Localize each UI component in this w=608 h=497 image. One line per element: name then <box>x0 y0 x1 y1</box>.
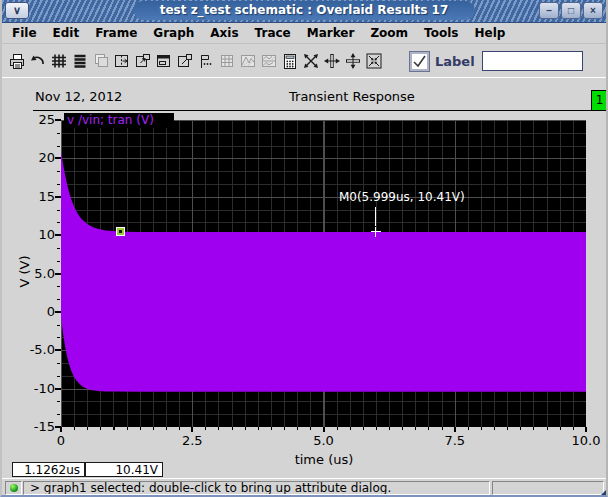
calculator-icon <box>280 51 300 71</box>
plot-title: Transient Response <box>289 89 415 104</box>
maximize-button[interactable]: □ <box>561 2 581 19</box>
y-tick-label: 10 <box>10 227 55 243</box>
menu-item-edit[interactable]: Edit <box>45 26 88 40</box>
fit-xy-button[interactable] <box>300 50 321 72</box>
vin-trace[interactable] <box>61 151 586 392</box>
fit-x-button[interactable] <box>321 50 342 72</box>
cursor-y-readout[interactable]: 10.41V <box>85 462 163 477</box>
data-table-button <box>216 50 237 72</box>
checkmark-icon <box>412 54 427 69</box>
menu-item-zoom[interactable]: Zoom <box>362 26 416 40</box>
split-window-icon <box>112 51 132 71</box>
y-tick-label: 0 <box>10 304 55 320</box>
status-ball-icon <box>10 484 18 492</box>
data-table-icon <box>217 51 237 71</box>
strip-chart-icon <box>70 51 90 71</box>
print-button[interactable] <box>6 50 27 72</box>
toolbar: Label <box>2 45 606 78</box>
waveform-plot <box>61 120 586 427</box>
fit-xy-icon <box>301 51 321 71</box>
status-indicator-panel <box>5 481 22 495</box>
title-bar[interactable]: ∨ test z_test schematic : Overlaid Resul… <box>2 0 606 23</box>
strip-waveforms-button <box>258 50 279 72</box>
fit-x-icon <box>322 51 342 71</box>
marker-m0-label[interactable]: M0(5.999us, 10.41V) <box>339 190 465 204</box>
fit-all-button[interactable] <box>363 50 384 72</box>
undo-button[interactable] <box>27 50 48 72</box>
menu-item-frame[interactable]: Frame <box>87 26 145 40</box>
menu-item-axis[interactable]: Axis <box>202 26 246 40</box>
label-checkbox-label: Label <box>435 54 475 69</box>
label-marker-icon <box>196 51 216 71</box>
application-window: ∨ test z_test schematic : Overlaid Resul… <box>0 0 608 497</box>
x-tick-label: 10.0 <box>566 433 606 448</box>
grid-button[interactable] <box>48 50 69 72</box>
strip-chart-button[interactable] <box>69 50 90 72</box>
undo-icon <box>28 51 48 71</box>
calculator-button[interactable] <box>279 50 300 72</box>
banner-window-icon <box>154 51 174 71</box>
minimize-button[interactable]: – <box>539 2 559 19</box>
y-tick-label: -5.0 <box>10 342 55 358</box>
header-rule <box>33 110 601 111</box>
status-right-panel <box>492 481 604 495</box>
menu-bar: FileEditFrameGraphAxisTraceMarkerZoomToo… <box>2 22 606 44</box>
label-input[interactable] <box>482 51 583 71</box>
menu-item-file[interactable]: File <box>4 26 45 40</box>
new-window-button[interactable] <box>174 50 195 72</box>
label-checkbox[interactable] <box>410 52 429 71</box>
plot-date: Nov 12, 2012 <box>35 89 122 104</box>
menu-item-tools[interactable]: Tools <box>416 26 466 40</box>
y-tick-label: 25 <box>10 112 55 128</box>
y-tick-label: 20 <box>10 150 55 166</box>
x-tick-label: 7.5 <box>435 433 475 448</box>
menu-item-help[interactable]: Help <box>466 26 513 40</box>
subwindow-badge[interactable]: 1 <box>591 90 608 111</box>
fit-y-icon <box>343 51 363 71</box>
marker-m0-crosshair <box>375 227 376 237</box>
fit-all-icon <box>364 51 384 71</box>
status-message: > graph1 selected: double-click to bring… <box>23 481 490 495</box>
y-tick-label: 5.0 <box>10 266 55 282</box>
y-minor-ticks <box>57 120 60 428</box>
cursor-x-readout[interactable]: 1.1262us <box>12 462 85 477</box>
menu-item-trace[interactable]: Trace <box>247 26 299 40</box>
plot-area[interactable] <box>61 120 586 427</box>
overlay-waveforms-icon <box>238 51 258 71</box>
trace-point-marker[interactable] <box>116 227 125 236</box>
x-minor-ticks <box>61 427 587 430</box>
split-window-button[interactable] <box>111 50 132 72</box>
y-tick-label: -10 <box>10 381 55 397</box>
close-button[interactable]: × <box>583 2 603 19</box>
copy-window-icon <box>91 51 111 71</box>
grid-icon <box>49 51 69 71</box>
pop-out-window-icon <box>133 51 153 71</box>
x-tick-label: 5.0 <box>304 433 344 448</box>
resize-grip-icon[interactable] <box>599 490 606 497</box>
new-window-icon <box>175 51 195 71</box>
window-menu-button[interactable]: ∨ <box>5 2 29 19</box>
pop-out-window-button[interactable] <box>132 50 153 72</box>
print-icon <box>7 51 27 71</box>
banner-window-button[interactable] <box>153 50 174 72</box>
fit-y-button[interactable] <box>342 50 363 72</box>
overlay-waveforms-button <box>237 50 258 72</box>
strip-waveforms-icon <box>259 51 279 71</box>
window-title: test z_test schematic : Overlaid Results… <box>134 1 475 20</box>
x-tick-label: 0 <box>41 433 81 448</box>
label-marker-button[interactable] <box>195 50 216 72</box>
x-axis-title: time (us) <box>274 452 374 467</box>
status-divider <box>2 478 606 479</box>
marker-m0-line <box>375 207 376 226</box>
y-tick-label: 15 <box>10 189 55 205</box>
menu-item-marker[interactable]: Marker <box>299 26 363 40</box>
copy-window-button <box>90 50 111 72</box>
x-tick-label: 2.5 <box>172 433 212 448</box>
menu-item-graph[interactable]: Graph <box>145 26 202 40</box>
trace-legend[interactable]: v /vin; tran (V) <box>64 113 174 128</box>
